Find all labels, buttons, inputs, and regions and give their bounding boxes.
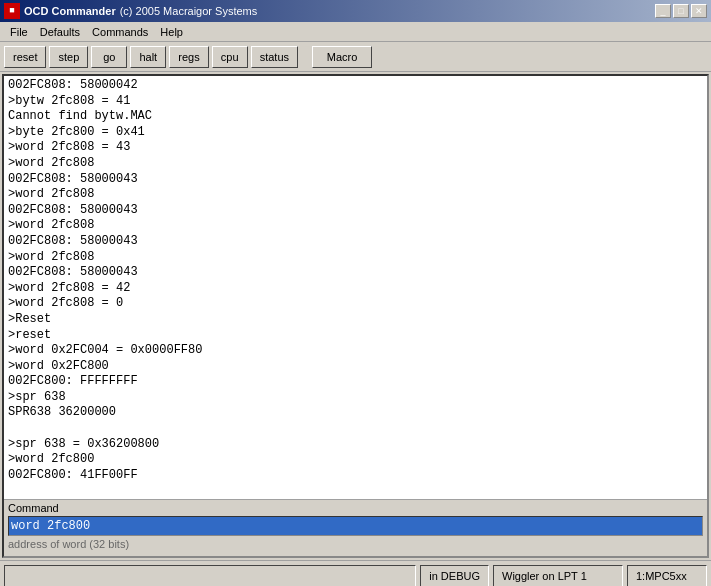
output-line: >word 2fc808	[8, 250, 703, 266]
output-line: SPR638 36200000	[8, 405, 703, 421]
output-line: >word 2fc800	[8, 452, 703, 468]
command-hint: address of word (32 bits)	[8, 538, 703, 554]
status-wiggler: Wiggler on LPT 1	[493, 565, 623, 587]
regs-button[interactable]: regs	[169, 46, 208, 68]
status-left	[4, 565, 416, 587]
output-area[interactable]: 002FC808: 58000042>bytw 2fc808 = 41Canno…	[4, 76, 707, 499]
output-line: >word 2fc808	[8, 156, 703, 172]
main-area: 002FC808: 58000042>bytw 2fc808 = 41Canno…	[2, 74, 709, 558]
menu-commands[interactable]: Commands	[86, 24, 154, 40]
output-line: >spr 638 = 0x36200800	[8, 437, 703, 453]
output-line: >bytw 2fc808 = 41	[8, 94, 703, 110]
menu-bar: File Defaults Commands Help	[0, 22, 711, 42]
halt-button[interactable]: halt	[130, 46, 166, 68]
output-line: >word 2fc808 = 43	[8, 140, 703, 156]
output-line: 002FC808: 58000043	[8, 265, 703, 281]
output-line: >word 0x2FC004 = 0x0000FF80	[8, 343, 703, 359]
minimize-button[interactable]: _	[655, 4, 671, 18]
macro-button[interactable]: Macro	[312, 46, 372, 68]
status-bar: in DEBUG Wiggler on LPT 1 1:MPC5xx	[0, 560, 711, 586]
status-debug: in DEBUG	[420, 565, 489, 587]
output-line: >word 2fc808	[8, 187, 703, 203]
menu-defaults[interactable]: Defaults	[34, 24, 86, 40]
step-button[interactable]: step	[49, 46, 88, 68]
output-line	[8, 421, 703, 437]
go-button[interactable]: go	[91, 46, 127, 68]
title-bar: ■ OCD Commander (c) 2005 Macraigor Syste…	[0, 0, 711, 22]
cpu-button[interactable]: cpu	[212, 46, 248, 68]
reset-button[interactable]: reset	[4, 46, 46, 68]
output-line: >Reset	[8, 312, 703, 328]
output-line: 002FC808: 58000042	[8, 78, 703, 94]
output-line: 002FC808: 58000043	[8, 234, 703, 250]
toolbar: reset step go halt regs cpu status Macro	[0, 42, 711, 72]
app-icon: ■	[4, 3, 20, 19]
command-label: Command	[8, 502, 703, 514]
window-controls: _ □ ✕	[655, 4, 707, 18]
output-line: 002FC800: FFFFFFFF	[8, 374, 703, 390]
output-line: 002FC800: 41FF00FF	[8, 468, 703, 484]
maximize-button[interactable]: □	[673, 4, 689, 18]
status-button[interactable]: status	[251, 46, 298, 68]
output-line: >byte 2fc800 = 0x41	[8, 125, 703, 141]
app-copyright: (c) 2005 Macraigor Systems	[120, 5, 258, 17]
output-line: >reset	[8, 328, 703, 344]
output-line: >word 2fc808	[8, 218, 703, 234]
output-line: 002FC808: 58000043	[8, 203, 703, 219]
close-button[interactable]: ✕	[691, 4, 707, 18]
title-bar-left: ■ OCD Commander (c) 2005 Macraigor Syste…	[4, 3, 257, 19]
app-title: OCD Commander	[24, 5, 116, 17]
status-mpc: 1:MPC5xx	[627, 565, 707, 587]
output-line: >word 2fc808 = 42	[8, 281, 703, 297]
menu-file[interactable]: File	[4, 24, 34, 40]
command-input[interactable]	[8, 516, 703, 536]
menu-help[interactable]: Help	[154, 24, 189, 40]
output-line: >word 2fc808 = 0	[8, 296, 703, 312]
output-line: 002FC808: 58000043	[8, 172, 703, 188]
output-line: >spr 638	[8, 390, 703, 406]
command-section: Command address of word (32 bits)	[4, 499, 707, 556]
output-line: >word 0x2FC800	[8, 359, 703, 375]
output-line: Cannot find bytw.MAC	[8, 109, 703, 125]
